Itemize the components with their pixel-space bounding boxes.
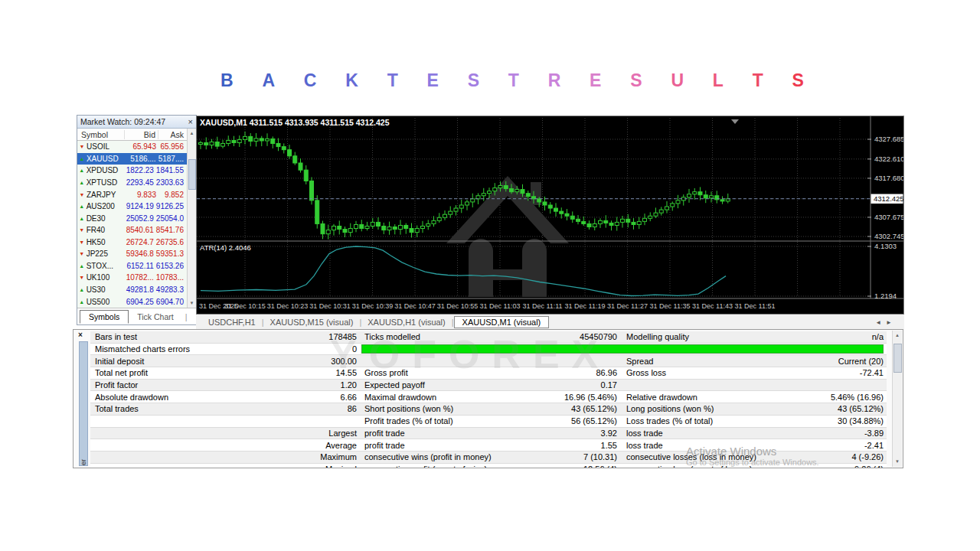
chart-tab-xauusd-h1-visual-[interactable]: XAUUSD,H1 (visual) — [361, 317, 451, 328]
market-row-USOIL[interactable]: ▼USOIL65.94365.956 — [77, 141, 196, 153]
report-scrollbar[interactable]: ▲ ▼ — [892, 331, 902, 467]
report-value: 30 (34.88%) — [801, 416, 887, 425]
scroll-up-icon[interactable]: ▲ — [895, 331, 900, 341]
backtest-results-page: BACKTESTRESULTS Market Watch: 09:24:47 ×… — [0, 0, 980, 551]
scroll-up-icon[interactable]: ▲ — [190, 129, 194, 138]
symbol-name: US30 — [87, 285, 123, 294]
report-value: 1.55 — [541, 441, 617, 450]
bid-value: 49281.8 — [123, 285, 156, 294]
report-value: 43 (65.12%) — [541, 404, 617, 413]
symbol-name: XPTUSD — [87, 178, 123, 187]
report-value: 6.66 — [271, 393, 357, 402]
chart-tab-xauusd-m15-visual-[interactable]: XAUUSD,M15 (visual) — [264, 317, 360, 328]
market-row-XPTUSD[interactable]: ▲XPTUSD2293.452303.63 — [77, 177, 196, 189]
report-value: 0 — [271, 344, 357, 354]
chart-tab-bar: USDCHF,H1|XAUUSD,M15 (visual)|XAUUSD,H1 … — [196, 315, 904, 330]
report-value: 86.96 — [541, 368, 617, 377]
report-value: Largest — [271, 429, 357, 438]
market-watch-scrollbar[interactable]: ▲ ▼ — [187, 129, 196, 308]
chart-tab-xauusd-m1-visual-[interactable]: XAUUSD,M1 (visual) — [454, 316, 550, 328]
close-icon[interactable]: × — [188, 118, 193, 126]
report-value: 14.55 — [271, 368, 357, 377]
tester-strip-label: Tester — [80, 459, 87, 466]
report-value: 12.56 (4) — [541, 465, 617, 468]
ask-value: 5187.... — [158, 155, 186, 163]
svg-text:4327.685: 4327.685 — [874, 135, 903, 143]
tab-separator: | — [185, 312, 188, 321]
title-letter: S — [792, 70, 804, 91]
indicator-label: ATR(14) 2.4046 — [200, 243, 251, 252]
market-row-US500[interactable]: ▲US5006904.256904.70 — [77, 295, 196, 308]
page-title: BACKTESTRESULTS — [220, 70, 804, 91]
market-row-ZARJPY[interactable]: ▼ZARJPY9.8339.852 — [77, 188, 196, 201]
up-arrow-icon: ▲ — [77, 156, 87, 161]
ask-value: 59351.3 — [156, 249, 186, 258]
up-arrow-icon: ▲ — [77, 168, 87, 173]
report-value: -3.89 — [801, 429, 887, 438]
svg-text:4322.610: 4322.610 — [874, 155, 903, 163]
tab-nav-arrows[interactable]: ◄► — [875, 319, 904, 326]
title-letter: A — [262, 70, 275, 91]
tab-symbols[interactable]: Symbols — [80, 310, 129, 324]
market-watch-titlebar: Market Watch: 09:24:47 × — [77, 116, 196, 129]
report-label: Bars in test — [90, 332, 271, 341]
time-axis: 31 Dec 202531 Dec 10:1531 Dec 10:2331 De… — [199, 302, 775, 310]
report-row: Total net profit14.55Gross profit86.96Gr… — [90, 367, 887, 380]
report-value: 45450790 — [541, 332, 617, 341]
report-row: Profit trades (% of total)56 (65.12%)Los… — [90, 416, 887, 428]
scrollbar-thumb[interactable] — [893, 344, 902, 373]
market-row-XAUUSD[interactable]: ▲XAUUSD5186....5187.... — [77, 153, 196, 165]
up-arrow-icon: ▲ — [77, 180, 87, 185]
market-row-FR40[interactable]: ▼FR408540.618541.76 — [77, 224, 196, 236]
scroll-down-icon[interactable]: ▼ — [190, 298, 194, 308]
tab-tick-chart[interactable]: Tick Chart — [129, 311, 181, 323]
market-row-AUS200[interactable]: ▲AUS2009124.199126.25 — [77, 201, 196, 213]
report-label: Maximal drawdown — [357, 393, 541, 402]
bid-value: 6904.25 — [123, 298, 156, 306]
price-chart[interactable]: 4327.6854322.6104317.6804307.6754302.745… — [197, 116, 903, 314]
svg-text:31 Dec 10:39: 31 Dec 10:39 — [352, 302, 394, 310]
market-row-STOX[interactable]: ▲STOX...6152.116153.26 — [77, 260, 196, 272]
bid-value: 2293.45 — [123, 178, 156, 187]
scroll-down-icon[interactable]: ▼ — [895, 457, 900, 467]
report-row: Largestprofit trade3.92loss trade-3.89 — [90, 428, 887, 440]
market-row-DE30[interactable]: ▲DE3025052.925054.0 — [77, 212, 196, 224]
report-label: profit trade — [357, 429, 541, 438]
chart-tab-usdchf-h1[interactable]: USDCHF,H1 — [202, 317, 262, 328]
svg-text:31 Dec 10:55: 31 Dec 10:55 — [437, 302, 479, 310]
title-letter: S — [468, 70, 479, 91]
close-icon[interactable]: × — [76, 331, 85, 340]
symbol-name: JP225 — [87, 249, 123, 258]
market-row-JP225[interactable]: ▼JP22559346.859351.3 — [77, 248, 196, 260]
report-value: 16.96 (5.46%) — [541, 393, 617, 402]
title-letter: U — [671, 70, 684, 91]
report-row: Maximalconsecutive profit (count of wins… — [90, 464, 887, 468]
chart-window[interactable]: 4327.6854322.6104317.6804307.6754302.745… — [196, 116, 904, 315]
report-value: Maximal — [271, 465, 357, 468]
svg-text:1.2194: 1.2194 — [874, 292, 897, 300]
tab-prev-icon[interactable]: ◄ — [875, 319, 886, 326]
tester-panel-strip[interactable]: Tester — [79, 341, 88, 466]
ask-value: 9.852 — [158, 191, 186, 199]
title-letter: T — [387, 70, 398, 91]
up-arrow-icon: ▲ — [77, 299, 87, 305]
bid-value: 25052.9 — [123, 214, 156, 223]
ask-value: 2303.63 — [156, 178, 186, 187]
report-value: Average — [271, 441, 357, 450]
report-value: -2.41 — [801, 441, 887, 450]
market-row-HK50[interactable]: ▼HK5026724.726735.6 — [77, 236, 196, 249]
bid-value: 6152.11 — [123, 262, 156, 270]
up-arrow-icon: ▲ — [77, 287, 87, 292]
market-row-US30[interactable]: ▲US3049281.849283.3 — [77, 284, 196, 296]
tester-report-panel: × Tester Bars in test178485Ticks modelle… — [73, 329, 903, 468]
market-row-XPDUSD[interactable]: ▲XPDUSD1822.231841.55 — [77, 165, 196, 177]
tab-next-icon[interactable]: ► — [886, 319, 897, 326]
report-label: Modelling quality — [617, 332, 801, 341]
report-value: -9.26 (4) — [801, 465, 887, 468]
market-row-UK100[interactable]: ▼UK10010782...10783... — [77, 272, 196, 284]
svg-text:31 Dec 10:31: 31 Dec 10:31 — [309, 302, 351, 310]
scrollbar-thumb[interactable] — [188, 159, 196, 190]
report-value: 86 — [271, 404, 357, 413]
symbol-name: STOX... — [87, 262, 123, 270]
bid-value: 10782... — [123, 273, 156, 282]
